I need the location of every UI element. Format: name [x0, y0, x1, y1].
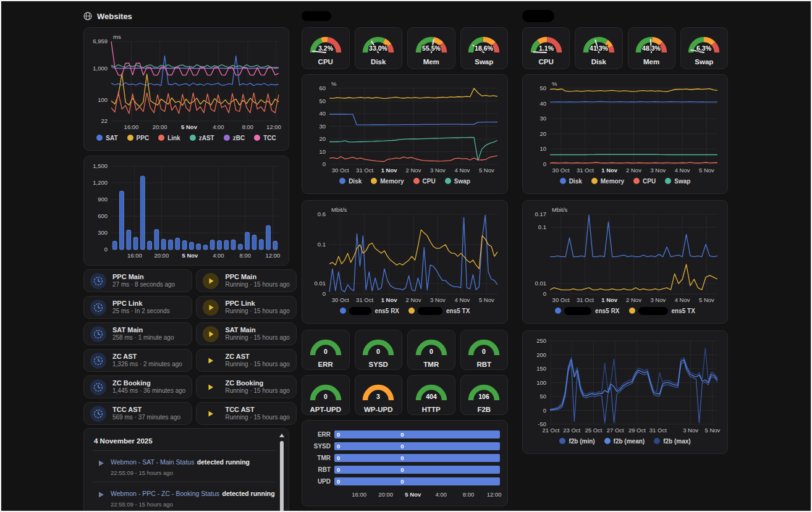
host1-network-panel[interactable]: 0.60.10.01030 Oct31 Oct1 Nov2 Nov3 Nov4 …	[302, 200, 508, 324]
legend-item[interactable]: f2b (min)	[559, 438, 594, 445]
monitor-title: PPC Link	[225, 300, 290, 308]
legend-item[interactable]: CPU	[633, 178, 656, 185]
monitor-card-ping-sat-main[interactable]: SAT Main 258 ms · 1 minute ago	[83, 322, 192, 345]
monitor-card-ping-zc-booking[interactable]: ZC Booking 1,445 ms · 36 minutes ago	[83, 376, 192, 398]
monitor-card-status-ppc-link[interactable]: PPC Link Running · 15 hours ago	[196, 296, 297, 319]
response-time-chart[interactable]: 6,9591,0001002216:0020:005 Nov4:008:0012…	[89, 33, 284, 132]
legend-item[interactable]: SAT	[96, 135, 117, 141]
gauge-cpu[interactable]: 3.2% CPU	[302, 27, 350, 69]
hbar-bar[interactable]: 0 0	[334, 466, 500, 474]
legend-item[interactable]: ens5 TX	[408, 307, 470, 315]
counter-gauge-apt-upd[interactable]: 0 APT-UPD	[302, 375, 350, 415]
legend-item[interactable]: Memory	[591, 178, 624, 185]
gauge-label: RBT	[476, 361, 491, 368]
legend-item[interactable]: zBC	[224, 135, 245, 141]
f2b-panel[interactable]: 250200150100500-5021 Oct23 Oct25 Oct27 O…	[522, 330, 728, 454]
legend-color-dot	[665, 178, 671, 184]
svg-text:5 Nov: 5 Nov	[479, 167, 494, 174]
legend-label: zBC	[233, 135, 245, 141]
host2-network-chart[interactable]: 0.170.10.01030 Oct31 Oct1 Nov2 Nov3 Nov4…	[528, 206, 722, 304]
legend-item[interactable]: Swap	[445, 178, 470, 185]
svg-text:20:00: 20:00	[153, 124, 167, 130]
gauge-mem[interactable]: 55.5% Mem	[407, 27, 455, 69]
gauge-disk[interactable]: 41.3% Disk	[575, 27, 622, 69]
svg-text:5 Nov: 5 Nov	[182, 252, 198, 259]
host2-usage-chart[interactable]: 5040302010030 Oct31 Oct1 Nov2 Nov3 Nov4 …	[528, 80, 722, 175]
svg-text:4:00: 4:00	[213, 124, 224, 130]
hbar-row-label: RBT	[310, 466, 331, 473]
hbar-bar[interactable]: 0 0	[334, 442, 500, 450]
scrollbar-thumb[interactable]	[280, 441, 284, 512]
hbar-bar[interactable]: 0 0	[334, 477, 500, 485]
legend-item[interactable]: Disk	[339, 178, 362, 185]
legend-color-dot	[158, 135, 164, 141]
counter-gauge-wp-upd[interactable]: 3 WP-UPD	[355, 375, 403, 415]
legend-item[interactable]: f2b (max)	[654, 438, 690, 445]
svg-text:4:00: 4:00	[213, 252, 224, 259]
svg-text:0: 0	[376, 348, 380, 355]
legend-label: CPU	[423, 178, 436, 185]
gauge-swap[interactable]: 18.6% Swap	[460, 27, 509, 69]
monitor-card-ping-ppc-link[interactable]: PPC Link 25 ms · In 2 seconds	[83, 296, 192, 319]
host2-network-panel[interactable]: 0.170.10.01030 Oct31 Oct1 Nov2 Nov3 Nov4…	[522, 200, 728, 324]
uptime-bars-chart[interactable]: 1,5001,200900600300016:0020:005 Nov4:008…	[89, 161, 284, 260]
svg-text:1,500: 1,500	[93, 162, 108, 169]
gauge-swap[interactable]: 6.3% Swap	[680, 27, 728, 69]
uptime-bars-panel[interactable]: 1,5001,200900600300016:0020:005 Nov4:008…	[83, 156, 289, 266]
legend-color-dot	[413, 178, 420, 184]
monitor-card-status-sat-main[interactable]: SAT Main Running · 15 hours ago	[196, 322, 297, 345]
legend-item[interactable]: ens5 RX	[555, 307, 619, 315]
gauge-mem[interactable]: 48.3% Mem	[628, 27, 675, 69]
monitor-card-ping-tcc-ast[interactable]: TCC AST 569 ms · 37 minutes ago	[83, 402, 192, 425]
monitor-card-ping-ppc-main[interactable]: PPC Main 27 ms · 8 seconds ago	[83, 269, 192, 292]
svg-text:0: 0	[482, 348, 486, 355]
counter-gauge-f2b[interactable]: 106 F2B	[460, 375, 509, 415]
counter-gauge-http[interactable]: 404 HTTP	[407, 375, 455, 415]
gauge-cpu[interactable]: 1.1% CPU	[522, 27, 570, 69]
counter-gauge-tmr[interactable]: 0 TMR	[407, 330, 455, 370]
legend-item[interactable]: Disk	[560, 178, 582, 185]
legend-item[interactable]: zAST	[190, 135, 214, 141]
counter-gauge-rbt[interactable]: 0 RBT	[460, 330, 509, 370]
hbar-value-start: 0	[337, 443, 340, 450]
legend-item[interactable]: Memory	[371, 178, 404, 185]
hbar-bar[interactable]: 0 0	[334, 454, 500, 462]
counter-gauge-sysd[interactable]: 0 SYSD	[355, 330, 403, 370]
clock-icon	[90, 353, 106, 369]
host2-usage-panel[interactable]: 5040302010030 Oct31 Oct1 Nov2 Nov3 Nov4 …	[522, 74, 728, 194]
legend-item[interactable]: f2b (mean)	[604, 438, 645, 445]
svg-text:48.3%: 48.3%	[642, 44, 661, 52]
legend-item[interactable]: CPU	[413, 178, 436, 185]
legend-item[interactable]: Link	[158, 135, 180, 141]
host1-network-chart[interactable]: 0.60.10.01030 Oct31 Oct1 Nov2 Nov3 Nov4 …	[307, 206, 502, 304]
events-scrollbar[interactable]	[279, 434, 284, 512]
host2-column: 1.1% CPU41.3% Disk48.3% Mem6.3% Swap 504…	[522, 1, 728, 454]
event-link[interactable]: Webmon - SAT - Main Status	[111, 458, 194, 466]
monitor-detail: 258 ms · 1 minute ago	[112, 334, 174, 342]
host1-usage-panel[interactable]: 605040302010030 Oct31 Oct1 Nov2 Nov3 Nov…	[302, 74, 508, 194]
legend-item[interactable]: ens5 RX	[340, 307, 399, 315]
gauge-disk[interactable]: 33.0% Disk	[355, 27, 403, 69]
legend-item[interactable]: TCC	[254, 135, 276, 141]
legend-item[interactable]: PPC	[127, 135, 150, 141]
monitor-card-ping-zc-ast[interactable]: ZC AST 1,326 ms · 2 minutes ago	[83, 349, 192, 372]
event-time: 22:55:09 - 15 hours ago	[111, 469, 250, 476]
legend-item[interactable]: Swap	[665, 178, 690, 185]
host1-counts-bars-panel[interactable]: ERR 0 0 SYSD 0 0 TMR 0 0 RBT 0 0 UPD 0 0…	[302, 420, 508, 506]
gauge-arc: 3	[358, 378, 398, 406]
monitor-card-status-zc-ast[interactable]: ZC AST Running · 15 hours ago	[196, 349, 297, 372]
monitor-card-status-tcc-ast[interactable]: TCC AST Running · 15 hours ago	[196, 402, 297, 425]
legend-item[interactable]: ens5 TX	[629, 307, 695, 315]
gauge-arc: 0	[306, 378, 345, 406]
host1-usage-chart[interactable]: 605040302010030 Oct31 Oct1 Nov2 Nov3 Nov…	[307, 80, 502, 175]
f2b-chart[interactable]: 250200150100500-5021 Oct23 Oct25 Oct27 O…	[528, 336, 722, 435]
monitor-detail: 1,445 ms · 36 minutes ago	[112, 387, 185, 395]
counter-gauge-err[interactable]: 0 ERR	[302, 330, 350, 370]
monitor-card-status-zc-booking[interactable]: ZC Booking Running · 15 hours ago	[196, 376, 297, 398]
monitor-card-status-ppc-main[interactable]: PPC Main Running · 15 hours ago	[196, 269, 297, 292]
event-link[interactable]: Webmon - PPC - ZC - Booking Status	[111, 490, 219, 497]
redacted-legend-prefix	[349, 307, 371, 315]
response-time-panel[interactable]: 6,9591,0001002216:0020:005 Nov4:008:0012…	[83, 27, 289, 151]
scroll-up-arrow-icon[interactable]	[279, 434, 284, 437]
hbar-bar[interactable]: 0 0	[334, 430, 500, 439]
